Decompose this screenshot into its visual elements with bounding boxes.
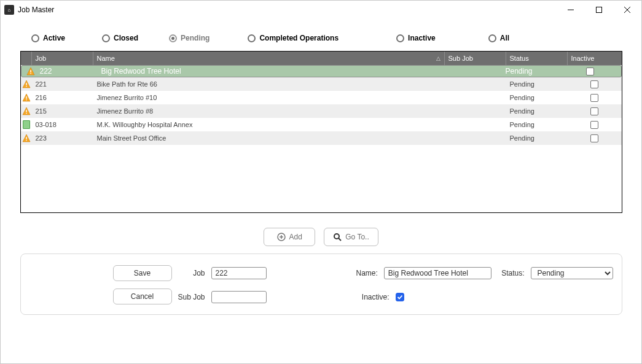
radio-icon xyxy=(396,34,404,42)
cell-inactive xyxy=(568,134,622,142)
inactive-checkbox[interactable] xyxy=(396,293,404,301)
inactive-checkbox[interactable] xyxy=(586,68,594,76)
inactive-checkbox[interactable] xyxy=(590,107,598,115)
cell-status: Pending xyxy=(506,107,568,115)
svg-rect-14 xyxy=(26,110,26,112)
cell-status: Pending xyxy=(506,80,568,88)
table-row[interactable]: 03-018M.K. Willoughby Hospital AnnexPend… xyxy=(21,118,622,131)
filter-inactive[interactable]: Inactive xyxy=(396,34,436,42)
radio-icon xyxy=(31,34,39,42)
svg-rect-17 xyxy=(26,137,26,139)
sort-asc-icon: △ xyxy=(436,55,440,61)
plus-circle-icon xyxy=(277,233,286,241)
col-header-icon[interactable] xyxy=(21,52,32,65)
minimize-button[interactable] xyxy=(557,1,585,19)
col-header-status[interactable]: Status xyxy=(506,52,568,65)
filter-all[interactable]: All xyxy=(488,34,509,42)
svg-rect-9 xyxy=(26,86,26,87)
warning-icon xyxy=(21,93,32,102)
content-area: Active Closed Pending Completed Operatio… xyxy=(1,19,641,321)
filter-pending[interactable]: Pending xyxy=(169,34,209,42)
cell-status: Pending xyxy=(502,67,563,76)
label-name: Name: xyxy=(356,269,384,277)
filter-closed[interactable]: Closed xyxy=(102,34,138,42)
save-button[interactable]: Save xyxy=(113,265,172,281)
table-row[interactable]: 222Big Redwood Tree HotelPending xyxy=(21,65,622,77)
cell-name: Big Redwood Tree Hotel xyxy=(98,67,440,76)
svg-rect-8 xyxy=(26,83,26,85)
cell-inactive xyxy=(568,121,622,129)
filter-label: Closed xyxy=(114,34,138,42)
label-subjob: Sub Job xyxy=(172,293,211,301)
inactive-checkbox[interactable] xyxy=(590,134,598,142)
search-icon xyxy=(333,233,342,241)
maximize-button[interactable] xyxy=(585,1,613,19)
cell-status: Pending xyxy=(506,94,568,101)
filter-label: All xyxy=(500,34,509,42)
cell-inactive xyxy=(568,107,622,115)
add-button[interactable]: Add xyxy=(264,228,315,246)
cell-job: 03-018 xyxy=(32,121,93,128)
warning-icon xyxy=(21,134,32,142)
col-header-name-label: Name xyxy=(97,55,115,62)
radio-icon xyxy=(102,34,110,42)
svg-line-23 xyxy=(339,238,341,241)
app-icon: ⌂ xyxy=(4,5,14,15)
cell-status: Pending xyxy=(506,121,568,128)
job-field[interactable] xyxy=(211,267,267,279)
table-row[interactable]: 215Jimenez Burrito #8Pending xyxy=(21,104,622,118)
col-header-name[interactable]: Name △ xyxy=(93,52,445,65)
filter-label: Completed Operations xyxy=(259,34,339,42)
close-button[interactable] xyxy=(613,1,641,19)
warning-icon xyxy=(21,80,32,88)
filter-label: Pending xyxy=(181,34,209,42)
svg-rect-6 xyxy=(30,73,31,74)
inactive-checkbox[interactable] xyxy=(590,80,598,88)
table-row[interactable]: 221Bike Path for Rte 66Pending xyxy=(21,77,622,91)
filter-completed-operations[interactable]: Completed Operations xyxy=(248,34,339,42)
col-header-inactive[interactable]: Inactive xyxy=(568,52,622,65)
svg-rect-15 xyxy=(26,113,26,114)
goto-button[interactable]: Go To.. xyxy=(324,228,378,246)
svg-rect-11 xyxy=(26,96,26,99)
inactive-checkbox[interactable] xyxy=(590,94,598,102)
cancel-button[interactable]: Cancel xyxy=(113,288,172,304)
warning-icon xyxy=(21,107,32,115)
name-field[interactable] xyxy=(384,267,491,279)
cell-inactive xyxy=(563,68,617,76)
cell-name: Main Street Post Office xyxy=(93,134,445,142)
cell-name: M.K. Willoughby Hospital Annex xyxy=(93,121,445,128)
cell-name: Bike Path for Rte 66 xyxy=(93,80,445,88)
col-header-subjob[interactable]: Sub Job xyxy=(445,52,506,65)
svg-point-22 xyxy=(334,234,339,239)
filter-active[interactable]: Active xyxy=(31,34,65,42)
grid-action-buttons: Add Go To.. xyxy=(9,213,633,254)
radio-icon xyxy=(488,34,496,42)
filter-radio-group: Active Closed Pending Completed Operatio… xyxy=(9,29,633,51)
col-header-job[interactable]: Job xyxy=(32,52,93,65)
cell-inactive xyxy=(568,94,622,102)
status-select[interactable]: Pending xyxy=(531,267,613,279)
cell-inactive xyxy=(568,80,622,88)
svg-rect-12 xyxy=(26,99,26,100)
cell-job: 223 xyxy=(32,134,93,142)
radio-icon xyxy=(169,34,177,42)
label-inactive: Inactive: xyxy=(356,293,396,301)
table-row[interactable]: 216Jimenez Burrito #10Pending xyxy=(21,91,622,104)
cell-name: Jimenez Burrito #10 xyxy=(93,94,445,101)
warning-icon xyxy=(25,67,36,76)
filter-label: Active xyxy=(43,34,65,42)
goto-button-label: Go To.. xyxy=(345,233,369,241)
svg-rect-5 xyxy=(30,70,31,72)
titlebar: ⌂ Job Master xyxy=(1,1,641,19)
window-title: Job Master xyxy=(18,6,54,14)
cell-job: 216 xyxy=(32,94,93,101)
subjob-field[interactable] xyxy=(211,291,267,303)
label-status: Status: xyxy=(491,269,531,277)
cell-status: Pending xyxy=(506,134,568,142)
inactive-checkbox[interactable] xyxy=(590,121,598,129)
cell-job: 221 xyxy=(32,80,93,88)
detail-panel: Job Name: Status: Pending Save Cancel xyxy=(20,254,622,315)
table-row[interactable]: 223Main Street Post OfficePending xyxy=(21,131,622,145)
cell-name: Jimenez Burrito #8 xyxy=(93,107,445,115)
